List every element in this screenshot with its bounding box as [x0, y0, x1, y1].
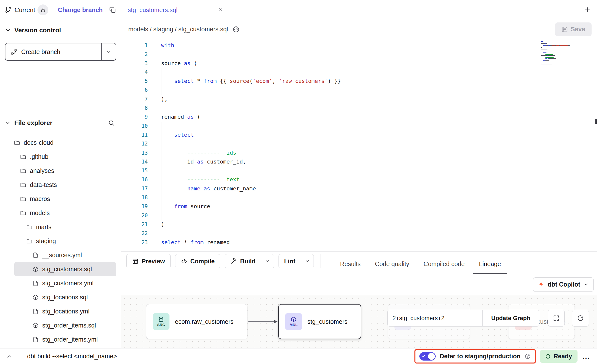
chevron-down-icon — [583, 282, 589, 287]
dbt-copilot-button[interactable]: dbt Copilot — [533, 277, 594, 292]
tab-results[interactable]: Results — [333, 254, 368, 274]
folder-icon — [20, 168, 26, 174]
line-number: 7 — [121, 95, 148, 104]
file-item-analyses[interactable]: analyses — [0, 164, 121, 178]
bottom-toolbar: Preview Compile Build Lint Results Code … — [121, 251, 597, 273]
defer-toggle[interactable] — [419, 352, 436, 361]
preview-button[interactable]: Preview — [126, 254, 171, 268]
file-item-label: .github — [30, 153, 48, 160]
save-button[interactable]: Save — [555, 22, 592, 36]
indent-guide — [162, 68, 162, 95]
tab-lineage[interactable]: Lineage — [472, 254, 508, 274]
file-item-staging[interactable]: staging — [0, 234, 121, 248]
minimap-line — [541, 45, 576, 46]
more-menu-button[interactable]: ... — [582, 352, 590, 361]
panel-tabs: Results Code quality Compiled code Linea… — [333, 254, 508, 274]
check-icon — [421, 354, 425, 358]
lint-button[interactable]: Lint — [279, 254, 314, 268]
cube-icon — [32, 322, 39, 329]
tab-label: Results — [340, 260, 360, 268]
scrollbar-marker[interactable] — [595, 119, 597, 124]
file-item-marts[interactable]: marts — [0, 220, 121, 234]
minimap[interactable] — [541, 41, 576, 66]
status-ready-badge[interactable]: Ready — [540, 350, 578, 363]
lineage-search-input[interactable] — [388, 310, 482, 326]
code-line-8: 8 — [121, 104, 597, 112]
search-icon[interactable] — [108, 120, 115, 126]
file-item-stg_customers.sql[interactable]: stg_customers.sql — [14, 262, 116, 276]
file-item-__sources.yml[interactable]: __sources.yml — [0, 248, 121, 262]
file-item-label: stg_order_items.sql — [42, 322, 96, 329]
file-item-stg_customers.yml[interactable]: stg_customers.yml — [0, 276, 121, 290]
toolbar-divider — [320, 254, 320, 268]
minimap-line — [541, 57, 576, 58]
file-item-.github[interactable]: .github — [0, 150, 121, 164]
folder-icon — [20, 154, 26, 160]
create-branch-main[interactable]: Create branch — [5, 43, 101, 60]
file-item-data-tests[interactable]: data-tests — [0, 178, 121, 192]
toggle-knob — [428, 353, 435, 360]
gauge-icon[interactable] — [232, 26, 240, 33]
table-icon — [132, 258, 139, 265]
code-line-21: 21 ) — [121, 220, 597, 229]
file-item-models[interactable]: models — [0, 206, 121, 220]
close-icon[interactable] — [218, 7, 224, 13]
editor-tabbar: stg_customers.sql — [121, 0, 597, 20]
update-graph-button[interactable]: Update Graph — [482, 310, 539, 326]
copy-icon[interactable] — [109, 6, 116, 13]
minimap-line — [541, 58, 576, 59]
version-control-header[interactable]: Version control — [0, 20, 121, 38]
chevron-up-icon[interactable] — [6, 353, 12, 360]
code-line-11: 11 select — [121, 130, 597, 139]
tab-stg-customers-sql[interactable]: stg_customers.sql — [121, 0, 230, 20]
file-item-stg_locations.yml[interactable]: stg_locations.yml — [0, 304, 121, 318]
defer-label: Defer to staging/production — [440, 353, 521, 360]
new-tab-plus-icon[interactable] — [584, 6, 591, 14]
file-item-label: __sources.yml — [42, 252, 82, 259]
lineage-node-stg_customers[interactable]: MDL stg_customers — [278, 304, 361, 339]
code-line-23: 23 select * from renamed — [121, 238, 597, 247]
tab-compiled-code[interactable]: Compiled code — [416, 254, 472, 274]
file-item-stg_order_items.sql[interactable]: stg_order_items.sql — [0, 318, 121, 332]
file-item-docs-cloud[interactable]: docs-cloud — [0, 136, 121, 150]
code-line-7: 7 ), — [121, 95, 597, 104]
file-item-label: stg_order_items.yml — [42, 336, 98, 343]
compile-button[interactable]: Compile — [175, 254, 221, 268]
line-number: 19 — [121, 202, 148, 211]
file-item-stg_order_items.yml[interactable]: stg_order_items.yml — [0, 332, 121, 346]
line-number: 23 — [121, 238, 148, 247]
create-branch-dropdown[interactable] — [101, 43, 116, 60]
lineage-node-ecom.raw_customers[interactable]: SRC ecom.raw_customers — [146, 304, 247, 339]
line-number: 21 — [121, 220, 148, 229]
breadcrumb-row: models / staging / stg_customers.sql Sav… — [121, 20, 597, 38]
code-line-18: 18 — [121, 193, 597, 202]
tab-label: Compiled code — [424, 260, 465, 268]
code-editor[interactable]: 1 with 2 3 source as ( 4 5 select * from… — [121, 38, 597, 251]
tab-code-quality[interactable]: Code quality — [368, 254, 416, 274]
copilot-row: dbt Copilot — [121, 273, 597, 295]
file-item-macros[interactable]: macros — [0, 192, 121, 206]
cube-icon — [32, 294, 39, 301]
status-bar: dbt build --select <model_name> Defer to… — [0, 348, 597, 364]
minimap-line — [541, 50, 576, 50]
refresh-button[interactable] — [572, 310, 589, 327]
fullscreen-icon — [553, 315, 560, 322]
file-item-stg_locations.sql[interactable]: stg_locations.sql — [0, 290, 121, 304]
lineage-canvas[interactable]: MDL customers SEM customers Update Graph… — [121, 295, 597, 348]
lint-dropdown[interactable] — [301, 254, 314, 268]
code-line-15: 15 — [121, 166, 597, 175]
build-button[interactable]: Build — [225, 254, 274, 268]
button-label: Preview — [142, 258, 165, 265]
current-branch-label: Current — [15, 6, 35, 14]
line-number: 12 — [121, 139, 148, 148]
branch-lock-badge — [37, 4, 48, 15]
minimap-line — [541, 42, 576, 43]
change-branch-link[interactable]: Change branch — [58, 6, 103, 14]
help-icon[interactable] — [524, 353, 531, 360]
build-dropdown[interactable] — [261, 254, 274, 268]
create-branch-button[interactable]: Create branch — [5, 43, 116, 61]
file-explorer-header[interactable]: File explorer — [0, 117, 121, 128]
line-number: 10 — [121, 122, 148, 130]
fullscreen-button[interactable] — [548, 310, 565, 327]
git-branch-icon — [10, 48, 17, 55]
